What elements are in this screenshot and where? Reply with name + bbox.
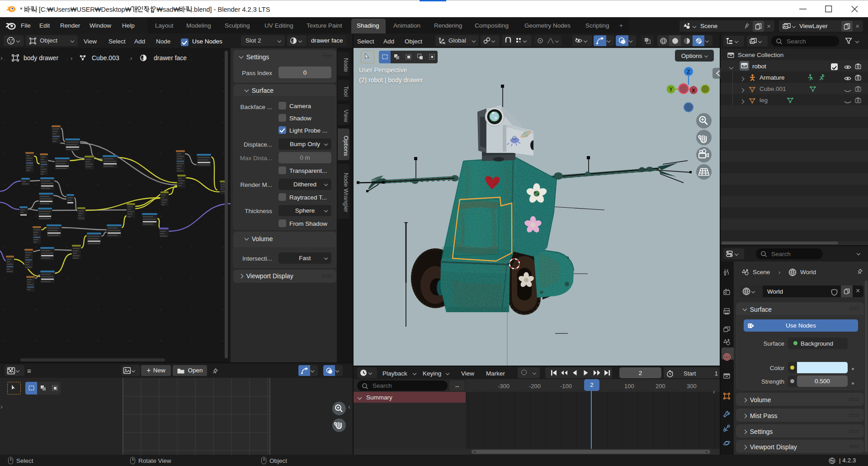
svg-text:Z: Z [687,69,690,75]
svg-text:Y: Y [669,86,673,93]
svg-text:X: X [692,88,695,93]
